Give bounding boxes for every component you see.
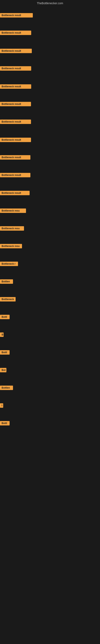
bottleneck-label: I [0, 403, 3, 408]
bottleneck-result-item: Bottlen [0, 386, 13, 391]
bottleneck-result-item: Bottleneck result [0, 138, 31, 143]
bottleneck-result-item: Bottleneck r [0, 262, 18, 267]
bottleneck-label: Bot [0, 368, 6, 372]
bottleneck-result-item: B [0, 332, 3, 338]
bottleneck-label: Bottleneck result [0, 49, 32, 53]
bottleneck-label: Bottleneck [0, 297, 16, 302]
bottleneck-result-item: Bottleneck result [0, 120, 31, 125]
bottleneck-result-item: Bottleneck result [0, 49, 32, 54]
bottleneck-result-item: Bottleneck [0, 297, 16, 302]
bottleneck-result-item: Bottleneck result [0, 30, 31, 36]
bottleneck-label: Bottlen [0, 386, 13, 390]
bottleneck-result-item: Bottleneck result [0, 191, 30, 196]
bottleneck-result-item: Bottleneck result [0, 66, 31, 72]
bottleneck-result-item: Bottleneck result [0, 102, 31, 107]
bottleneck-label: B [0, 332, 3, 337]
bottleneck-label: Bottlen [0, 279, 13, 284]
bottleneck-result-item: Bottleneck result [0, 13, 33, 18]
bottleneck-result-item: Bottl [0, 315, 10, 320]
bottleneck-label: Bottleneck result [0, 155, 30, 160]
bottleneck-result-item: Bottl [0, 421, 10, 426]
bottleneck-label: Bottleneck result [0, 173, 30, 177]
bottleneck-label: Bottleneck resu [0, 244, 22, 248]
site-title: TheBottlenecker.com [0, 0, 100, 6]
bottleneck-result-item: Bottleneck resu [0, 208, 26, 214]
bottleneck-result-item: Bottleneck result [0, 155, 30, 160]
bottleneck-label: Bottl [0, 350, 10, 354]
bottleneck-label: Bottleneck result [0, 138, 31, 142]
bottleneck-result-item: Bottleneck resu [0, 244, 22, 249]
bottleneck-label: Bottleneck result [0, 84, 31, 89]
bottleneck-label: Bottleneck result [0, 102, 31, 106]
bottleneck-result-item: Bottl [0, 350, 10, 356]
bottleneck-label: Bottl [0, 421, 10, 426]
bottleneck-label: Bottl [0, 315, 10, 319]
bottleneck-result-item: I [0, 403, 3, 408]
bottleneck-label: Bottleneck result [0, 120, 31, 124]
bottleneck-label: Bottleneck resu [0, 226, 24, 231]
bottleneck-result-item: Bottleneck result [0, 84, 31, 90]
bottleneck-result-item: Bot [0, 368, 6, 373]
bottleneck-result-item: Bottleneck result [0, 173, 30, 178]
bottleneck-result-item: Bottlen [0, 279, 13, 284]
bottleneck-result-item: Bottleneck resu [0, 226, 24, 232]
bottleneck-label: Bottleneck result [0, 66, 31, 71]
bottleneck-label: Bottleneck result [0, 13, 33, 18]
bottleneck-label: Bottleneck result [0, 30, 31, 35]
bottleneck-label: Bottleneck result [0, 191, 30, 195]
bottleneck-label: Bottleneck r [0, 262, 18, 266]
bottleneck-label: Bottleneck resu [0, 208, 26, 213]
